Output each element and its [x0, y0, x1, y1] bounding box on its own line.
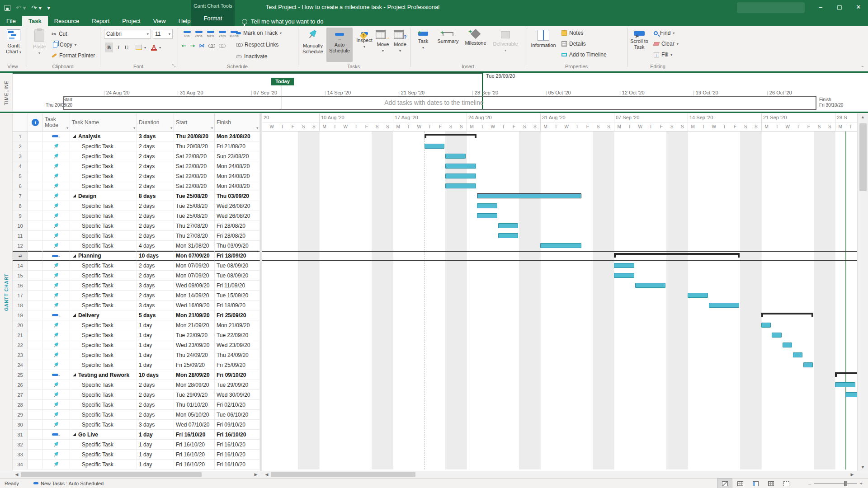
- duration-cell[interactable]: 2 days: [137, 151, 174, 161]
- start-cell[interactable]: Fri 16/10/20: [174, 450, 215, 460]
- start-cell[interactable]: Mon 05/10/20: [174, 410, 215, 420]
- finish-cell[interactable]: Fri 02/10/20: [215, 400, 260, 410]
- duration-cell[interactable]: 2 days: [137, 261, 174, 271]
- task-mode-cell[interactable]: →: [43, 430, 70, 440]
- table-row[interactable]: 15Specific Task2 daysMon 07/09/20Tue 08/…: [13, 271, 260, 281]
- filter-icon[interactable]: ▾: [66, 126, 68, 130]
- table-row[interactable]: 1→Analysis3 daysThu 20/08/20Mon 24/08/20: [13, 131, 260, 141]
- duration-cell[interactable]: 1 day: [137, 360, 174, 370]
- scroll-to-task-button[interactable]: ➤ Scroll to Task: [628, 28, 650, 62]
- finish-cell[interactable]: Fri 11/09/20: [215, 281, 260, 291]
- task-name-cell[interactable]: Specific Task: [70, 261, 137, 271]
- chart-scroll-left-icon[interactable]: ◀: [264, 472, 270, 477]
- task-mode-cell[interactable]: [43, 410, 70, 420]
- duration-cell[interactable]: 2 days: [137, 390, 174, 400]
- task-bar[interactable]: [835, 382, 855, 387]
- insert-milestone-button[interactable]: ＋ Milestone: [462, 28, 489, 62]
- duration-cell[interactable]: 4 days: [137, 241, 174, 251]
- duration-cell[interactable]: 1 day: [137, 450, 174, 460]
- column-header-num[interactable]: [13, 113, 28, 131]
- report-view-icon[interactable]: [778, 479, 794, 488]
- summary-expand-icon[interactable]: [73, 135, 76, 138]
- finish-cell[interactable]: Wed 23/09/20: [215, 340, 260, 350]
- indicator-cell[interactable]: [28, 320, 43, 330]
- table-row[interactable]: 6Specific Task2 daysSat 22/08/20Mon 24/0…: [13, 181, 260, 191]
- start-cell[interactable]: Wed 16/09/20: [174, 300, 215, 310]
- indent-task-icon[interactable]: ⇢: [190, 42, 195, 49]
- row-number[interactable]: 30: [13, 420, 28, 430]
- cut-button[interactable]: ✂Cut: [52, 29, 67, 39]
- italic-button[interactable]: I: [115, 42, 122, 52]
- gantt-chart-view-button[interactable]: Gantt Chart ▾: [1, 28, 26, 62]
- finish-cell[interactable]: Tue 08/09/20: [215, 261, 260, 271]
- indicator-cell[interactable]: [28, 191, 43, 201]
- column-header-info[interactable]: i: [28, 113, 43, 131]
- notes-button[interactable]: Notes: [561, 28, 583, 38]
- row-number[interactable]: 29: [13, 410, 28, 420]
- task-name-cell[interactable]: Specific Task: [70, 450, 137, 460]
- row-number[interactable]: 8: [13, 201, 28, 211]
- gantt-chart-area[interactable]: 2010 Aug '2017 Aug '2024 Aug '2031 Aug '…: [262, 113, 857, 471]
- new-tasks-mode[interactable]: New Tasks : Auto Scheduled: [33, 481, 104, 486]
- task-name-cell[interactable]: Testing and Rework: [70, 370, 137, 380]
- task-mode-cell[interactable]: [43, 340, 70, 350]
- indicator-cell[interactable]: [28, 310, 43, 320]
- indicator-cell[interactable]: [28, 241, 43, 251]
- indicator-cell[interactable]: [28, 450, 43, 460]
- table-row[interactable]: 9Specific Task2 daysTue 25/08/20Wed 26/0…: [13, 211, 260, 221]
- indicator-cell[interactable]: [28, 420, 43, 430]
- summary-expand-icon[interactable]: [73, 254, 76, 258]
- font-color-button[interactable]: A▾: [151, 42, 161, 52]
- duration-cell[interactable]: 2 days: [137, 141, 174, 151]
- column-header-start[interactable]: Start▾: [174, 113, 215, 131]
- duration-cell[interactable]: 2 days: [137, 380, 174, 390]
- tab-view[interactable]: View: [147, 16, 172, 26]
- summary-task-bar[interactable]: [425, 134, 476, 138]
- duration-cell[interactable]: 1 day: [137, 440, 174, 450]
- duration-cell[interactable]: 1 day: [137, 320, 174, 330]
- finish-cell[interactable]: Tue 29/09/20: [215, 380, 260, 390]
- task-mode-cell[interactable]: [43, 420, 70, 430]
- task-name-cell[interactable]: Specific Task: [70, 201, 137, 211]
- row-number[interactable]: 2: [13, 141, 28, 151]
- summary-task-bar[interactable]: [761, 313, 813, 317]
- table-row[interactable]: 2Specific Task2 daysThu 20/08/20Fri 21/0…: [13, 141, 260, 151]
- task-mode-cell[interactable]: [43, 450, 70, 460]
- finish-cell[interactable]: Fri 25/09/20: [215, 310, 260, 320]
- row-number[interactable]: 7: [13, 191, 28, 201]
- task-name-cell[interactable]: Specific Task: [70, 141, 137, 151]
- respect-links-button[interactable]: Respect Links: [236, 40, 278, 50]
- task-mode-cell[interactable]: [43, 141, 70, 151]
- task-mode-cell[interactable]: [43, 221, 70, 231]
- task-mode-cell[interactable]: [43, 191, 70, 201]
- row-number[interactable]: 34: [13, 460, 28, 469]
- gantt-chart-view-icon[interactable]: [717, 479, 732, 488]
- duration-cell[interactable]: 1 day: [137, 430, 174, 440]
- mode-button[interactable]: ? Mode▾: [392, 28, 409, 62]
- finish-cell[interactable]: Fri 09/10/20: [215, 420, 260, 430]
- filter-icon[interactable]: ▾: [133, 126, 135, 130]
- indicator-cell[interactable]: [28, 400, 43, 410]
- task-bar[interactable]: [445, 174, 476, 178]
- task-name-cell[interactable]: Design: [70, 191, 137, 201]
- percent-complete-50%[interactable]: 50%: [205, 28, 216, 38]
- table-row[interactable]: 28Specific Task2 daysThu 01/10/20Fri 02/…: [13, 400, 260, 410]
- row-number[interactable]: 1: [13, 131, 28, 141]
- task-bar[interactable]: [445, 154, 466, 159]
- vertical-scroll-thumb[interactable]: [859, 123, 867, 191]
- row-number[interactable]: 33: [13, 450, 28, 460]
- duration-cell[interactable]: 5 days: [137, 310, 174, 320]
- task-bar[interactable]: [688, 293, 708, 298]
- start-cell[interactable]: Tue 25/08/20: [174, 211, 215, 221]
- tab-project[interactable]: Project: [116, 16, 146, 26]
- task-mode-cell[interactable]: [43, 231, 70, 241]
- task-mode-cell[interactable]: [43, 151, 70, 161]
- maximize-button[interactable]: ▢: [830, 0, 849, 14]
- underline-button[interactable]: U: [123, 42, 130, 52]
- summary-expand-icon[interactable]: [73, 433, 76, 436]
- table-row[interactable]: 26Specific Task2 daysMon 28/09/20Tue 29/…: [13, 380, 260, 390]
- find-button[interactable]: Find ▾: [654, 28, 675, 38]
- chart-scroll-thumb[interactable]: [271, 472, 415, 477]
- task-mode-cell[interactable]: [43, 291, 70, 300]
- finish-cell[interactable]: Wed 26/08/20: [215, 211, 260, 221]
